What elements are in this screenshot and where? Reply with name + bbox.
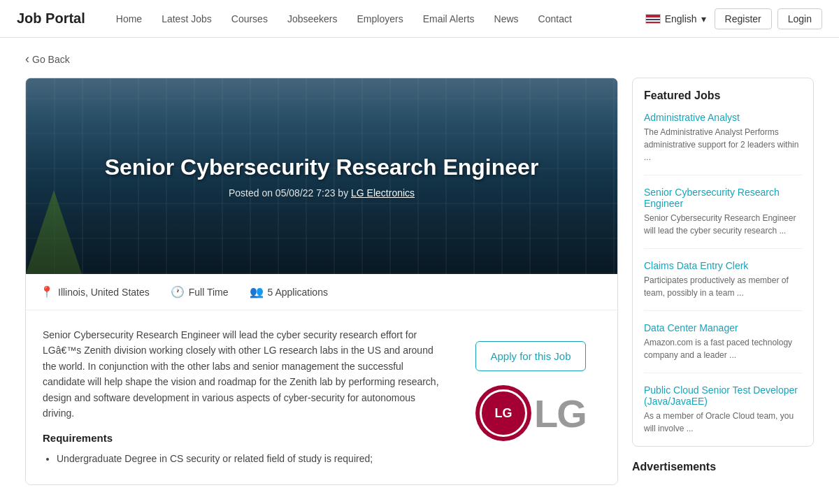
group-icon: 👥 <box>250 285 264 298</box>
applications-item: 👥 5 Applications <box>250 285 328 298</box>
nav-courses[interactable]: Courses <box>223 9 276 29</box>
nav-home[interactable]: Home <box>108 9 150 29</box>
nav-employers[interactable]: Employers <box>349 9 412 29</box>
nav-contact[interactable]: Contact <box>530 9 580 29</box>
language-label: English <box>665 13 697 24</box>
featured-job-2: Senior Cybersecurity Research Engineer S… <box>644 187 802 249</box>
sidebar: Featured Jobs Administrative Analyst The… <box>632 78 814 499</box>
posted-label: Posted on 05/08/22 7:23 by <box>229 187 348 199</box>
job-hero: Senior Cybersecurity Research Engineer P… <box>26 78 617 274</box>
content-area: Senior Cybersecurity Research Engineer P… <box>25 78 618 499</box>
featured-job-title-5[interactable]: Public Cloud Senior Test Developer (Java… <box>644 384 802 407</box>
apply-btn-wrap: Apply for this Job <box>475 341 586 371</box>
featured-job-desc-1: The Administrative Analyst Performs admi… <box>644 126 802 164</box>
featured-job-title-2[interactable]: Senior Cybersecurity Research Engineer <box>644 187 802 209</box>
featured-job-title-1[interactable]: Administrative Analyst <box>644 112 802 123</box>
job-location: Illinois, United States <box>58 287 150 298</box>
advertisements-section: Advertisements <box>632 461 814 473</box>
featured-job-desc-5: As a member of Oracle Cloud team, you wi… <box>644 410 802 435</box>
lg-circle-inner: LG <box>480 389 527 437</box>
nav-latest-jobs[interactable]: Latest Jobs <box>153 9 220 29</box>
nav-email-alerts[interactable]: Email Alerts <box>415 9 483 29</box>
job-desc-text: Senior Cybersecurity Research Engineer w… <box>43 327 447 421</box>
job-card: Senior Cybersecurity Research Engineer P… <box>25 78 618 485</box>
apply-button[interactable]: Apply for this Job <box>475 341 586 371</box>
requirements-list: Undergraduate Degree in CS security or r… <box>43 451 447 468</box>
login-button[interactable]: Login <box>777 8 822 29</box>
featured-job-desc-4: Amazon.com is a fast paced technology co… <box>644 336 802 361</box>
nav-jobseekers[interactable]: Jobseekers <box>279 9 346 29</box>
location-icon: 📍 <box>40 285 54 298</box>
site-brand[interactable]: Job Portal <box>17 10 85 27</box>
lg-circle-logo: LG <box>475 385 531 441</box>
ads-title: Advertisements <box>632 461 814 473</box>
featured-job-4: Data Center Manager Amazon.com is a fast… <box>644 322 802 373</box>
job-title: Senior Cybersecurity Research Engineer <box>105 154 539 180</box>
job-meta-bar: 📍 Illinois, United States 🕐 Full Time 👥 … <box>26 274 617 310</box>
requirements-heading: Requirements <box>43 432 447 444</box>
company-link[interactable]: LG Electronics <box>351 187 415 199</box>
hero-content: Senior Cybersecurity Research Engineer P… <box>26 78 617 274</box>
featured-job-title-3[interactable]: Claims Data Entry Clerk <box>644 260 802 271</box>
language-selector[interactable]: English ▾ <box>645 13 706 24</box>
requirement-item: Undergraduate Degree in CS security or r… <box>57 451 447 468</box>
featured-job-5: Public Cloud Senior Test Developer (Java… <box>644 384 802 435</box>
flag-icon <box>645 14 661 24</box>
register-button[interactable]: Register <box>715 8 772 29</box>
featured-jobs-card: Featured Jobs Administrative Analyst The… <box>632 78 814 447</box>
company-logo: LG LG <box>475 385 586 441</box>
go-back-link[interactable]: Go Back <box>25 52 814 66</box>
job-posted-meta: Posted on 05/08/22 7:23 by LG Electronic… <box>229 187 415 199</box>
go-back-label: Go Back <box>32 54 70 65</box>
lg-text-logo: LG <box>534 391 586 436</box>
job-applications: 5 Applications <box>268 287 328 298</box>
job-type: Full Time <box>189 287 229 298</box>
featured-job-title-4[interactable]: Data Center Manager <box>644 322 802 333</box>
location-item: 📍 Illinois, United States <box>40 285 150 298</box>
job-description: Senior Cybersecurity Research Engineer w… <box>43 327 447 468</box>
job-body: Senior Cybersecurity Research Engineer w… <box>26 310 617 484</box>
featured-job-desc-3: Participates productively as member of t… <box>644 274 802 299</box>
featured-job-3: Claims Data Entry Clerk Participates pro… <box>644 260 802 311</box>
featured-jobs-title: Featured Jobs <box>644 89 802 102</box>
featured-job-1: Administrative Analyst The Administrativ… <box>644 112 802 175</box>
job-logo-area: Apply for this Job LG LG <box>461 327 601 468</box>
clock-icon: 🕐 <box>171 285 185 298</box>
nav-news[interactable]: News <box>486 9 527 29</box>
type-item: 🕐 Full Time <box>171 285 229 298</box>
featured-job-desc-2: Senior Cybersecurity Research Engineer w… <box>644 212 802 237</box>
chevron-down-icon: ▾ <box>701 13 706 24</box>
